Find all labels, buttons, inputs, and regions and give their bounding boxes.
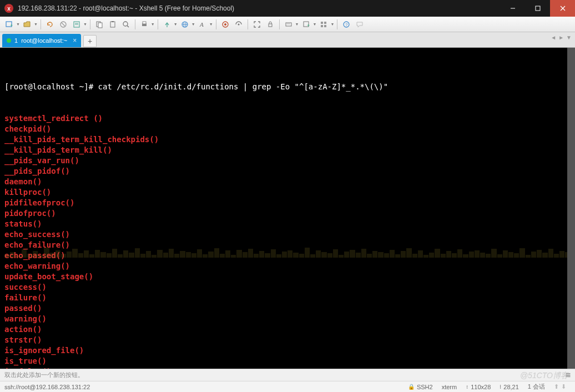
feedback-button[interactable] — [354, 18, 366, 31]
terminal-output-line: __kill_pids_term_kill_checkpids() — [4, 134, 571, 145]
terminal-output-line: systemctl_redirect () — [4, 113, 571, 124]
term-size: 110x28 — [471, 384, 491, 390]
terminal-output-line: echo_passed() — [4, 250, 571, 261]
app-icon: x — [4, 4, 13, 13]
add-button[interactable]: + — [300, 18, 312, 31]
open-button[interactable] — [21, 18, 33, 31]
find-button[interactable] — [120, 18, 132, 31]
print-button[interactable] — [138, 18, 150, 31]
reconnect-button[interactable] — [44, 18, 56, 31]
new-tab-button[interactable]: + — [83, 35, 97, 47]
lock-button[interactable] — [264, 18, 276, 31]
terminal-output-line: warning() — [4, 314, 571, 324]
svg-text:A: A — [199, 21, 204, 28]
xagent-button[interactable] — [219, 18, 231, 31]
svg-rect-36 — [324, 25, 326, 27]
copy-button[interactable] — [93, 18, 105, 31]
terminal-output: systemctl_redirect ()checkpid()__kill_pi… — [4, 113, 571, 369]
terminal-output-line: daemon() — [4, 177, 571, 187]
svg-rect-14 — [112, 21, 114, 22]
svg-rect-35 — [321, 25, 323, 27]
terminal-output-line: echo_warning() — [4, 261, 571, 272]
svg-line-16 — [127, 26, 129, 27]
svg-point-15 — [123, 22, 128, 26]
svg-rect-18 — [143, 22, 146, 24]
svg-rect-34 — [324, 22, 326, 24]
tab-prev-button[interactable]: ◄ — [551, 34, 556, 41]
svg-text:?: ? — [345, 22, 348, 27]
svg-rect-1 — [536, 6, 540, 11]
svg-text:+: + — [307, 23, 310, 28]
up-arrow-icon[interactable]: ⬆ — [554, 383, 559, 390]
terminal-output-line: echo_failure() — [4, 240, 571, 250]
terminal-view[interactable]: [root@localhost ~]# cat /etc/rc.d/init.d… — [0, 48, 575, 369]
terminal-output-line: passed() — [4, 303, 571, 314]
fullscreen-button[interactable] — [251, 18, 263, 31]
terminal-output-line: pidfileofproc() — [4, 198, 571, 208]
terminal-output-line: is_ignored_file() — [4, 345, 571, 356]
connection-string: ssh://root@192.168.238.131:22 — [4, 384, 403, 390]
svg-point-24 — [224, 23, 226, 26]
svg-rect-33 — [321, 22, 323, 24]
terminal-output-line: __pids_pidof() — [4, 166, 571, 177]
tab-close-icon[interactable]: × — [73, 37, 77, 44]
status-bar: ssh://root@192.168.238.131:22 🔒SSH2 xter… — [0, 381, 575, 392]
command-text: cat /etc/rc.d/init.d/functions | grep -E… — [98, 82, 389, 91]
tab-list-button[interactable]: ▼ — [566, 34, 572, 41]
lang-button[interactable] — [179, 18, 191, 31]
sessions-count: 1 会话 — [528, 383, 545, 391]
new-session-button[interactable]: + — [3, 18, 16, 31]
font-button[interactable]: A — [196, 18, 209, 31]
help-button[interactable]: ? — [340, 18, 352, 31]
terminal-output-line: success() — [4, 282, 571, 293]
session-tab-active[interactable]: 1 root@localhost:~ × — [2, 34, 81, 47]
maximize-button[interactable] — [525, 0, 550, 17]
terminal-output-line: pidofproc() — [4, 208, 571, 219]
quick-command-bar[interactable]: 双击此处添加一个新的按钮。 ≡ — [0, 369, 575, 381]
terminal-command-line: [root@localhost ~]# cat /etc/rc.d/init.d… — [4, 82, 571, 92]
close-button[interactable] — [550, 0, 575, 17]
disconnect-button[interactable] — [57, 18, 69, 31]
svg-rect-12 — [98, 23, 102, 28]
minimize-button[interactable] — [500, 0, 525, 17]
tab-next-button[interactable]: ► — [558, 34, 564, 41]
lock-icon: 🔒 — [408, 384, 415, 390]
protocol: SSH2 — [417, 384, 433, 390]
svg-line-7 — [62, 23, 65, 26]
terminal-output-line: update_boot_stage() — [4, 272, 571, 282]
connected-indicator-icon — [7, 38, 11, 43]
main-toolbar: +▼ ▼ ▼ ▼ ▼ ▼ A▼ ▼ +▼ ▼ ? — [0, 17, 575, 32]
properties-button[interactable] — [70, 18, 83, 31]
svg-point-25 — [238, 23, 239, 25]
hamburger-icon[interactable]: ≡ — [566, 370, 571, 380]
window-title: 192.168.238.131:22 - root@localhost:~ - … — [18, 4, 500, 12]
xftp-button[interactable] — [233, 18, 245, 31]
terminal-output-line: __kill_pids_term_kill() — [4, 145, 571, 155]
down-arrow-icon[interactable]: ⬇ — [561, 383, 566, 390]
svg-rect-13 — [110, 22, 115, 27]
terminal-output-line: failure() — [4, 293, 571, 303]
svg-rect-27 — [286, 23, 291, 26]
cursor-pos: 28,21 — [503, 384, 519, 390]
terminal-output-line: strstr() — [4, 335, 571, 345]
session-tabbar: 1 root@localhost:~ × + ◄ ► ▼ — [0, 32, 575, 48]
terminal-output-line: killproc() — [4, 187, 571, 198]
keyboard-button[interactable] — [283, 18, 295, 31]
cursor-pos-icon: ⁞ — [500, 384, 501, 390]
window-controls — [500, 0, 575, 17]
terminal-scrollbar[interactable] — [567, 48, 575, 369]
terminal-output-line: action() — [4, 324, 571, 335]
svg-rect-26 — [269, 24, 272, 27]
size-icon: ↕ — [466, 384, 468, 390]
transfer-button[interactable] — [161, 18, 173, 31]
layout-button[interactable] — [317, 18, 330, 31]
tab-label: root@localhost:~ — [21, 37, 67, 44]
term-type: xterm — [442, 384, 457, 390]
window-titlebar: x 192.168.238.131:22 - root@localhost:~ … — [0, 0, 575, 17]
paste-button[interactable] — [107, 18, 119, 31]
hint-text: 双击此处添加一个新的按钮。 — [4, 371, 84, 379]
prompt: [root@localhost ~]# — [4, 82, 98, 91]
terminal-output-line: __pids_var_run() — [4, 155, 571, 166]
svg-text:+: + — [10, 23, 13, 28]
terminal-output-line: status() — [4, 219, 571, 229]
